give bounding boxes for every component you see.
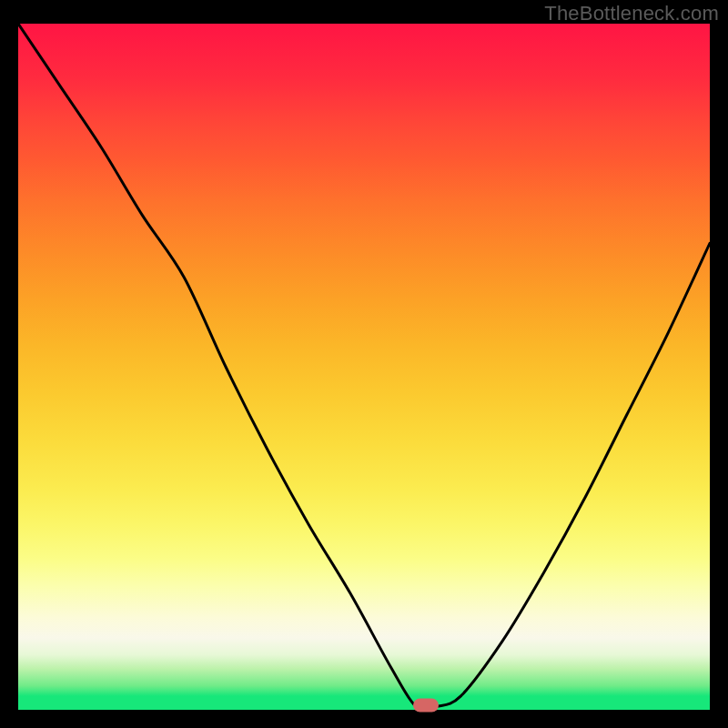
- optimal-marker: [413, 698, 439, 712]
- watermark-label: TheBottleneck.com: [544, 2, 719, 25]
- bottleneck-curve: [18, 24, 710, 710]
- chart-frame: TheBottleneck.com: [0, 0, 728, 728]
- curve-path: [18, 24, 710, 710]
- plot-area: [18, 24, 710, 710]
